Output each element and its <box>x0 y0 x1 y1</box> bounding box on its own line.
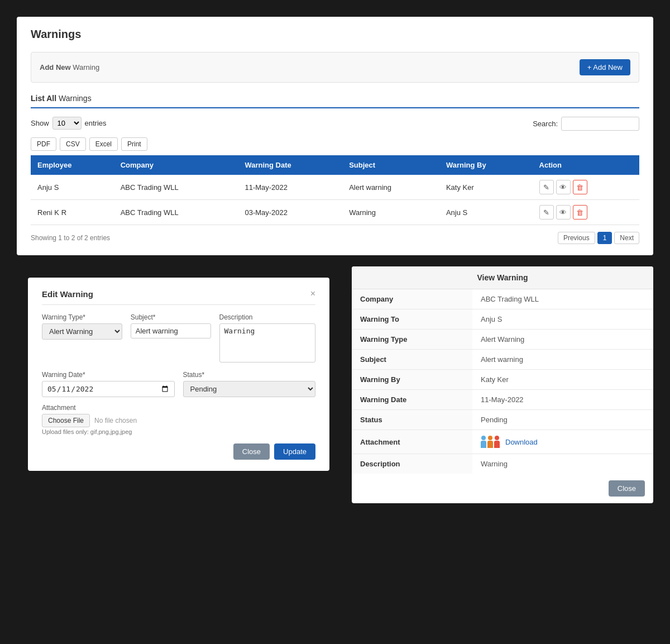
excel-button[interactable]: Excel <box>89 137 118 151</box>
attachment-cell: Download <box>481 436 645 448</box>
cell-company: ABC Trading WLL <box>114 175 238 200</box>
view-label: Warning Type <box>352 330 472 350</box>
col-warning-date: Warning Date <box>238 155 342 175</box>
attachment-label: Attachment <box>42 404 315 412</box>
view-value: Alert Warning <box>472 330 653 350</box>
people-icon <box>481 436 500 448</box>
status-select[interactable]: Pending <box>183 381 316 397</box>
view-action-button[interactable]: 👁 <box>556 180 571 194</box>
person-2 <box>487 436 493 448</box>
view-value: Pending <box>472 410 653 430</box>
view-label: Status <box>352 410 472 430</box>
cell-employee: Anju S <box>31 175 114 200</box>
export-buttons: PDF CSV Excel Print <box>31 137 147 151</box>
view-table-row: Company ABC Trading WLL <box>352 289 653 309</box>
add-new-rest: Warning <box>71 63 100 71</box>
subject-input[interactable] <box>131 323 211 338</box>
view-table-row: Warning Date 11-May-2022 <box>352 390 653 410</box>
download-link[interactable]: Download <box>505 438 538 446</box>
page-1-button[interactable]: 1 <box>597 232 612 244</box>
view-table-row: Status Pending <box>352 410 653 430</box>
view-value: ABC Trading WLL <box>472 289 653 309</box>
view-value-attachment: Download <box>472 430 653 454</box>
view-action-button[interactable]: 👁 <box>556 205 571 220</box>
top-controls-row: Show 10 25 50 100 entries PDF CSV Excel … <box>31 117 639 151</box>
csv-button[interactable]: CSV <box>60 137 86 151</box>
file-upload-row: Choose File No file chosen <box>42 414 315 427</box>
table-row: Anju S ABC Trading WLL 11-May-2022 Alert… <box>31 175 639 200</box>
edit-close-button[interactable]: Close <box>233 443 270 460</box>
form-row-2: Warning Date* Status* Pending <box>42 371 315 397</box>
edit-update-button[interactable]: Update <box>274 443 315 460</box>
left-controls: Show 10 25 50 100 entries PDF CSV Excel … <box>31 117 147 151</box>
view-value: Anju S <box>472 309 653 330</box>
page-title: Warnings <box>31 28 639 41</box>
entries-label: entries <box>85 119 107 127</box>
search-input[interactable] <box>561 117 639 131</box>
pdf-button[interactable]: PDF <box>31 137 56 151</box>
choose-file-button[interactable]: Choose File <box>42 414 90 427</box>
list-all-title: List All Warnings <box>31 94 639 103</box>
view-label: Warning To <box>352 309 472 330</box>
file-hint: Upload files only: gif,png,jpg,jpeg <box>42 428 315 435</box>
list-all-bold: List All <box>31 94 56 103</box>
description-textarea[interactable]: Warning <box>219 323 316 362</box>
view-warning-header: View Warning <box>352 266 653 289</box>
table-footer: Showing 1 to 2 of 2 entries Previous 1 N… <box>31 232 639 244</box>
col-action: Action <box>533 155 639 175</box>
view-table-row: Subject Alert warning <box>352 350 653 370</box>
view-label: Subject <box>352 350 472 370</box>
add-new-bar: Add New Warning + Add New <box>31 52 639 83</box>
warning-date-group: Warning Date* <box>42 371 175 397</box>
warnings-table: Employee Company Warning Date Subject Wa… <box>31 155 639 225</box>
main-warnings-panel: Warnings Add New Warning + Add New List … <box>17 17 653 255</box>
entries-select[interactable]: 10 25 50 100 <box>52 117 82 130</box>
list-all-bar: List All Warnings <box>31 94 639 108</box>
modal-header: Edit Warning × <box>42 289 315 305</box>
subject-group: Subject* <box>131 313 211 364</box>
add-new-button[interactable]: + Add New <box>580 59 630 75</box>
view-value: Katy Ker <box>472 370 653 390</box>
bottom-row: Edit Warning × Warning Type* Alert Warni… <box>17 266 653 503</box>
search-bar: Search: <box>533 117 639 131</box>
status-label: Status* <box>183 371 316 379</box>
view-close-button[interactable]: Close <box>609 480 645 497</box>
cell-action: ✎ 👁 🗑 <box>533 175 639 200</box>
modal-close-x-button[interactable]: × <box>310 289 315 299</box>
cell-warning-by: Anju S <box>439 200 533 225</box>
description-label: Description <box>219 313 316 321</box>
view-close-row: Close <box>352 474 653 503</box>
subject-label: Subject* <box>131 313 211 321</box>
delete-action-button[interactable]: 🗑 <box>573 180 587 194</box>
view-label: Company <box>352 289 472 309</box>
view-label: Warning Date <box>352 390 472 410</box>
view-label-attachment: Attachment <box>352 430 472 454</box>
edit-action-button[interactable]: ✎ <box>539 205 554 220</box>
print-button[interactable]: Print <box>121 137 147 151</box>
col-employee: Employee <box>31 155 114 175</box>
view-value: Alert warning <box>472 350 653 370</box>
cell-subject: Alert warning <box>342 175 439 200</box>
cell-company: ABC Trading WLL <box>114 200 238 225</box>
cell-warning-date: 11-May-2022 <box>238 175 342 200</box>
delete-action-button[interactable]: 🗑 <box>573 205 587 220</box>
warning-type-label: Warning Type* <box>42 313 122 321</box>
cell-warning-date: 03-May-2022 <box>238 200 342 225</box>
view-table-row: Warning To Anju S <box>352 309 653 330</box>
col-subject: Subject <box>342 155 439 175</box>
next-page-button[interactable]: Next <box>614 232 639 244</box>
show-label: Show <box>31 119 49 127</box>
col-warning-by: Warning By <box>439 155 533 175</box>
table-header-row: Employee Company Warning Date Subject Wa… <box>31 155 639 175</box>
warning-type-select[interactable]: Alert Warning <box>42 323 122 340</box>
cell-subject: Warning <box>342 200 439 225</box>
list-all-rest: Warnings <box>56 94 92 103</box>
prev-page-button[interactable]: Previous <box>558 232 595 244</box>
view-value: 11-May-2022 <box>472 390 653 410</box>
view-table-row: Description Warning <box>352 454 653 474</box>
add-new-bold: Add New <box>40 63 71 71</box>
edit-action-button[interactable]: ✎ <box>539 180 554 194</box>
warning-date-input[interactable] <box>42 381 175 397</box>
cell-warning-by: Katy Ker <box>439 175 533 200</box>
file-name-display: No file chosen <box>94 417 137 424</box>
